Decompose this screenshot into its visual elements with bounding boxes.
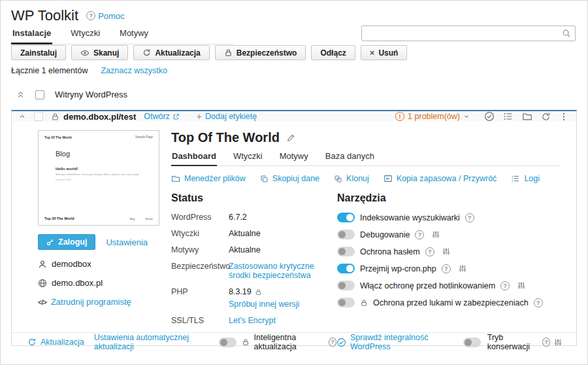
logs-label: Logi bbox=[524, 174, 540, 183]
help-icon: ? bbox=[86, 11, 95, 20]
external-link-icon bbox=[172, 113, 180, 120]
preview-heading: Blog bbox=[56, 150, 159, 158]
sliders-icon[interactable] bbox=[517, 281, 525, 290]
problems-label: 1 problem(ów) bbox=[408, 112, 460, 121]
globe-icon bbox=[38, 279, 47, 288]
help-icon[interactable]: ? bbox=[329, 338, 336, 347]
smart-update-toggle[interactable] bbox=[219, 338, 237, 347]
password-protection-toggle[interactable] bbox=[337, 247, 355, 256]
tab-site-wtyczki[interactable]: Wtyczki bbox=[233, 151, 263, 165]
status-row-wordpress: WordPress 6.7.2 bbox=[171, 213, 336, 222]
check-integrity-label: Sprawdź integralność WordPress bbox=[350, 333, 453, 351]
collapse-all-icon[interactable] bbox=[16, 90, 25, 99]
code-icon: </> bbox=[38, 298, 46, 306]
kebab-menu-icon[interactable] bbox=[559, 112, 568, 122]
refresh-icon[interactable] bbox=[541, 112, 551, 122]
tab-instalacje[interactable]: Instalacje bbox=[11, 28, 52, 44]
status-value: 6.7.2 bbox=[229, 213, 247, 222]
search-input[interactable] bbox=[362, 26, 562, 41]
wp-cron-toggle[interactable] bbox=[337, 264, 355, 273]
preview-post-excerpt: Welcome to WordPress. This is your first… bbox=[56, 173, 139, 176]
help-icon[interactable]: ? bbox=[465, 213, 474, 222]
security-button-label: Bezpieczeństwo bbox=[237, 48, 297, 58]
status-row-php: PHP 8.3.19 Spróbuj innej wersji bbox=[171, 287, 336, 309]
tab-dashboard[interactable]: Dashboard bbox=[171, 151, 217, 166]
lock-icon bbox=[360, 299, 368, 307]
file-manager-link[interactable]: Menedżer plików bbox=[171, 174, 246, 183]
help-icon[interactable]: ? bbox=[425, 247, 434, 256]
help-icon[interactable]: ? bbox=[500, 281, 510, 290]
site-title: Top Of The World bbox=[171, 130, 280, 145]
lets-encrypt-link[interactable]: Let's Encrypt bbox=[229, 316, 276, 325]
logs-link[interactable]: Logi bbox=[511, 174, 540, 183]
smart-update-label: Inteligentna aktualizacja bbox=[253, 333, 325, 351]
copy-data-label: Skopiuj dane bbox=[272, 174, 319, 183]
tool-label: Przejmij wp-cron.php bbox=[360, 264, 436, 273]
tab-site-motywy[interactable]: Motywy bbox=[279, 151, 309, 165]
tool-label: Ochrona hasłem bbox=[360, 247, 420, 256]
vulnerability-protection-toggle[interactable] bbox=[337, 298, 355, 307]
sliders-icon[interactable] bbox=[432, 230, 440, 239]
collapse-card-icon[interactable] bbox=[18, 113, 26, 120]
maintenance-mode-toggle[interactable] bbox=[463, 338, 481, 347]
clone-label: Klonuj bbox=[346, 174, 369, 183]
sliders-icon[interactable] bbox=[442, 247, 450, 256]
add-label-link[interactable]: + Dodaj etykietę bbox=[197, 112, 257, 121]
tool-label: Debugowanie bbox=[360, 230, 410, 239]
detach-button[interactable]: Odłącz bbox=[311, 45, 355, 60]
settings-link[interactable]: Ustawienia bbox=[106, 237, 148, 247]
edit-title-icon[interactable] bbox=[286, 133, 295, 143]
update-link[interactable]: Aktualizacja bbox=[27, 338, 84, 347]
clone-link[interactable]: Klonuj bbox=[334, 174, 369, 183]
open-site-label: Otwórz bbox=[144, 112, 170, 121]
login-button[interactable]: Zaloguj bbox=[38, 234, 95, 250]
auto-update-settings-link[interactable]: Ustawienia automatycznej aktualizacji bbox=[94, 333, 210, 351]
search-indexing-toggle[interactable] bbox=[337, 213, 355, 222]
tab-wtyczki[interactable]: Wtyczki bbox=[69, 28, 101, 44]
tool-row-vulnerability-protection: Ochrona przed lukami w zabezpieczeniach … bbox=[337, 298, 561, 307]
tab-motywy[interactable]: Motywy bbox=[118, 28, 150, 44]
group-checkbox[interactable] bbox=[35, 90, 44, 99]
status-title: Status bbox=[171, 192, 336, 204]
file-manager-icon[interactable] bbox=[522, 111, 532, 122]
help-icon[interactable]: ? bbox=[442, 264, 451, 273]
lock-icon bbox=[242, 338, 250, 346]
open-site-link[interactable]: Otwórz bbox=[144, 112, 180, 121]
site-preview-thumbnail[interactable]: Top Of The World Sample Page Blog Hello … bbox=[38, 130, 159, 226]
problems-dropdown[interactable]: ! 1 problem(ów) bbox=[395, 112, 470, 121]
tool-label: Włącz ochronę przed hotlinkowaniem bbox=[360, 281, 495, 290]
update-button[interactable]: Aktualizacja bbox=[133, 45, 209, 60]
installation-checkbox[interactable] bbox=[34, 112, 43, 121]
status-row-security: Bezpieczeństwo Zastosowano krytyczne śro… bbox=[171, 262, 336, 280]
hotlink-protection-toggle[interactable] bbox=[337, 281, 355, 290]
check-integrity-link[interactable]: Sprawdź integralność WordPress bbox=[336, 333, 453, 351]
sliders-icon[interactable] bbox=[554, 338, 562, 347]
backup-restore-link[interactable]: Kopia zapasowa / Przywróć bbox=[384, 174, 497, 183]
copy-data-link[interactable]: Skopiuj dane bbox=[260, 174, 319, 183]
tool-row-wp-cron: Przejmij wp-cron.php ? bbox=[337, 264, 561, 273]
security-button[interactable]: Bezpieczeństwo bbox=[215, 45, 306, 60]
try-other-php-link[interactable]: Spróbuj innej wersji bbox=[229, 300, 299, 309]
scan-button[interactable]: Skanuj bbox=[71, 45, 128, 60]
status-row-ssl: SSL/TLS Let's Encrypt bbox=[171, 316, 336, 325]
remove-button[interactable]: × Usuń bbox=[361, 45, 408, 60]
help-link[interactable]: ? Pomoc bbox=[86, 11, 124, 21]
sliders-icon[interactable] bbox=[459, 264, 466, 273]
login-button-label: Zaloguj bbox=[58, 237, 87, 247]
scan-button-label: Skanuj bbox=[93, 48, 119, 58]
help-icon[interactable]: ? bbox=[534, 298, 543, 307]
toolbar: Zainstaluj Skanuj Aktualizacja Bezpiecze… bbox=[11, 45, 407, 60]
install-button[interactable]: Zainstaluj bbox=[11, 45, 66, 60]
details-list-icon[interactable] bbox=[503, 111, 514, 122]
help-icon[interactable]: ? bbox=[415, 230, 424, 239]
preview-site-name: Top Of The World bbox=[44, 135, 71, 139]
tab-baza-danych[interactable]: Baza danych bbox=[325, 151, 375, 165]
debugging-toggle[interactable] bbox=[337, 230, 355, 239]
help-label: Pomoc bbox=[98, 11, 124, 21]
select-all-link[interactable]: Zaznacz wszystko bbox=[101, 66, 167, 75]
hire-developer-link[interactable]: Zatrudnij programistę bbox=[51, 297, 131, 307]
help-icon[interactable]: ? bbox=[542, 338, 550, 347]
search-icon[interactable] bbox=[562, 29, 571, 38]
security-check-icon[interactable] bbox=[484, 111, 495, 122]
security-measures-link[interactable]: Zastosowano krytyczne środki bezpieczeńs… bbox=[229, 262, 332, 280]
